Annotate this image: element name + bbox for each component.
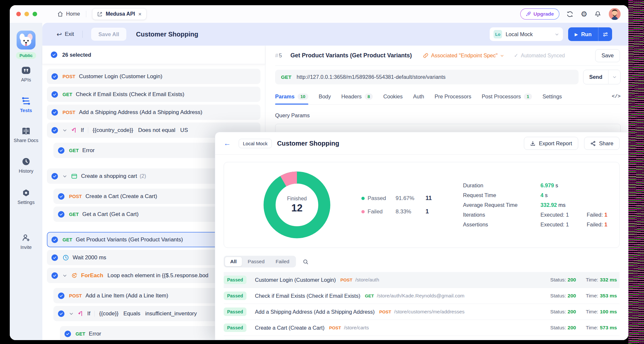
- selected-count-label: 26 selected: [62, 52, 91, 58]
- run-options-button[interactable]: [598, 31, 612, 37]
- refresh-icon[interactable]: [567, 11, 573, 18]
- filter-tab-all[interactable]: All: [225, 257, 242, 266]
- test-step-row[interactable]: GETCheck if Email Exists (Check if Email…: [47, 87, 260, 102]
- chevron-down-icon[interactable]: [69, 311, 74, 316]
- minimize-window-button[interactable]: [24, 12, 29, 16]
- filter-tab-passed[interactable]: Passed: [242, 257, 270, 266]
- select-all-checkbox[interactable]: [51, 51, 57, 58]
- report-body: Finished 12 Passed91.67%11Failed8.33%1 D…: [215, 155, 628, 340]
- send-button[interactable]: Send: [583, 74, 608, 80]
- back-arrow-icon[interactable]: ←: [224, 140, 231, 147]
- step-checkbox[interactable]: [51, 236, 58, 243]
- method-label: GET: [69, 148, 79, 153]
- associated-endpoint-link[interactable]: Associated "Endpoint Spec": [423, 52, 504, 59]
- save-button[interactable]: Save: [595, 49, 620, 62]
- tab-cookies[interactable]: Cookies: [383, 89, 403, 104]
- app-window: Home Medusa API × Upgrade ⚙: [10, 5, 628, 340]
- result-path: /store/customers/me/addresses: [394, 309, 465, 315]
- tab-pre-processors[interactable]: Pre Processors: [435, 89, 471, 104]
- stat-failed: Failed: 1: [587, 212, 607, 218]
- tab-body[interactable]: Body: [319, 89, 331, 104]
- method-label: GET: [63, 237, 72, 242]
- gear-icon[interactable]: ⚙: [581, 10, 587, 19]
- bell-icon[interactable]: [595, 11, 601, 17]
- sidebar-item-share-docs[interactable]: Share Docs: [14, 127, 38, 143]
- maximize-window-button[interactable]: [33, 12, 37, 16]
- step-checkbox[interactable]: [51, 73, 58, 80]
- chevron-down-icon: [612, 75, 617, 79]
- search-icon[interactable]: [302, 259, 309, 265]
- step-checkbox[interactable]: [51, 254, 58, 261]
- export-report-button[interactable]: Export Report: [524, 137, 578, 150]
- stat-label: Request Time: [463, 192, 540, 198]
- chevron-down-icon[interactable]: [63, 128, 67, 133]
- send-options-button[interactable]: [609, 75, 620, 79]
- method-label: GET: [69, 212, 79, 217]
- tab-medusa-api[interactable]: Medusa API ×: [92, 8, 147, 20]
- close-window-button[interactable]: [16, 12, 21, 16]
- result-row[interactable]: PassedCheck if Email Exists (Check if Em…: [224, 288, 620, 304]
- code-icon[interactable]: </>: [612, 94, 621, 99]
- sidebar-item-settings[interactable]: Settings: [14, 189, 38, 205]
- request-url-row: GET http://127.0.0.1:3658/m1/589286-5543…: [275, 70, 621, 84]
- request-method-label: GET: [281, 74, 291, 80]
- sidebar-item-invite[interactable]: Invite: [14, 234, 38, 250]
- chevron-down-icon[interactable]: [63, 273, 67, 278]
- exit-button[interactable]: ↩Exit: [57, 31, 74, 37]
- step-checkbox[interactable]: [58, 211, 64, 218]
- result-name: Customer Login (Customer Login): [255, 277, 336, 283]
- step-checkbox[interactable]: [58, 147, 64, 154]
- step-checkbox[interactable]: [58, 293, 64, 299]
- sidebar-item-history[interactable]: History: [14, 157, 38, 174]
- stat-value: 4 s: [540, 192, 548, 198]
- step-title: Wait 2000 ms: [73, 254, 106, 261]
- workspace-visibility-badge: Public: [16, 52, 36, 59]
- tab-home[interactable]: Home: [57, 11, 80, 17]
- run-button[interactable]: ▶Run: [568, 31, 598, 37]
- legend-name: Passed: [368, 195, 396, 202]
- steps-selection-header: 26 selected: [42, 46, 265, 64]
- step-checkbox[interactable]: [51, 91, 58, 98]
- workspace-avatar[interactable]: [17, 31, 35, 50]
- share-button[interactable]: Share: [584, 137, 620, 150]
- environment-select[interactable]: Lo Local Mock: [490, 27, 563, 41]
- stat-row: Duration6.979 s: [463, 182, 607, 189]
- upgrade-label: Upgrade: [534, 11, 554, 17]
- tab-params[interactable]: Params10: [275, 89, 308, 104]
- step-checkbox[interactable]: [58, 193, 64, 200]
- result-row[interactable]: PassedCustomer Login (Customer Login)POS…: [224, 272, 620, 288]
- result-row[interactable]: PassedAdd a Shipping Address (Add a Ship…: [224, 304, 620, 320]
- stat-label: Iterations: [463, 212, 540, 218]
- close-tab-icon[interactable]: ×: [138, 11, 142, 17]
- step-checkbox[interactable]: [51, 127, 58, 134]
- method-label: POST: [63, 110, 75, 115]
- tab-post-processors[interactable]: Post Processors1: [482, 89, 532, 104]
- save-all-button[interactable]: Save All: [91, 28, 126, 41]
- status-badge: Passed: [224, 339, 246, 340]
- share-icon: [590, 141, 596, 146]
- legend-item-passed: Passed91.67%11: [361, 195, 432, 202]
- step-checkbox[interactable]: [64, 331, 71, 337]
- upgrade-button[interactable]: Upgrade: [520, 8, 560, 20]
- sidebar-item-tests[interactable]: Tests: [14, 97, 38, 113]
- tab-auth[interactable]: Auth: [413, 89, 424, 104]
- chevron-down-icon[interactable]: [63, 174, 67, 179]
- result-row[interactable]: PassedCreate a Cart (Create a Cart)POST/…: [224, 320, 620, 336]
- test-step-row[interactable]: POSTAdd a Shipping Address (Add a Shippi…: [47, 105, 260, 120]
- sidebar-item-apis[interactable]: APIs: [14, 66, 38, 82]
- tab-headers[interactable]: Headers8: [341, 89, 373, 104]
- stat-failed: Failed: 1: [587, 222, 607, 228]
- step-checkbox[interactable]: [51, 272, 58, 279]
- step-checkbox[interactable]: [51, 173, 58, 179]
- tab-settings[interactable]: Settings: [542, 89, 562, 104]
- request-url-field[interactable]: GET http://127.0.0.1:3658/m1/589286-5543…: [275, 70, 579, 84]
- result-row[interactable]: PassedGet a Cart (Get a Cart)GET/store/c…: [224, 336, 620, 340]
- user-avatar[interactable]: [609, 8, 621, 20]
- step-checkbox[interactable]: [51, 109, 58, 116]
- share-docs-icon: [21, 127, 31, 135]
- filter-tab-failed[interactable]: Failed: [270, 257, 295, 266]
- exit-label: Exit: [65, 31, 74, 37]
- test-step-row[interactable]: POSTCustomer Login (Customer Login): [47, 69, 260, 84]
- step-checkbox[interactable]: [58, 310, 64, 317]
- window-controls[interactable]: [16, 12, 37, 16]
